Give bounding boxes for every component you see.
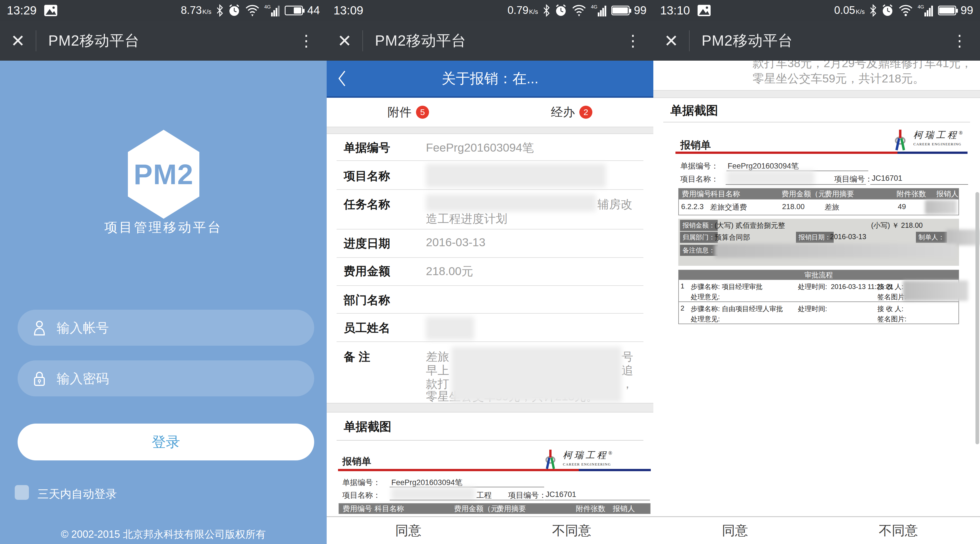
receipt-title: 报销单	[680, 138, 711, 152]
titlebar-divider	[363, 30, 363, 51]
network-speed: 0.05K/s	[834, 4, 865, 16]
close-icon[interactable]: ✕	[653, 31, 689, 51]
close-icon[interactable]: ✕	[0, 31, 36, 51]
tab-handlers[interactable]: 经办 2	[490, 98, 653, 127]
row-divider	[337, 229, 643, 230]
action-bar: 同意 不同意	[327, 516, 653, 544]
redacted-note	[714, 244, 956, 258]
row-divider	[337, 341, 643, 342]
password-field[interactable]	[18, 360, 314, 397]
field-label: 员工姓名	[344, 320, 390, 336]
app-title: PM2移动平台	[48, 31, 140, 51]
receipt-code-label: 项目编号：	[834, 174, 873, 184]
status-bar: 13:10 0.05K/s 4G 99	[653, 0, 980, 21]
field-label: 任务名称	[344, 197, 390, 212]
menu-icon[interactable]: ⋮	[939, 32, 980, 50]
company-logo-en: CAREER ENGINEERING	[913, 142, 963, 146]
copyright-text: © 2002-2015 北京邦永科技有限公司版权所有	[0, 528, 327, 541]
menu-icon[interactable]: ⋮	[286, 32, 327, 50]
battery-icon	[285, 6, 303, 15]
amount-in-words: (大写) 贰佰壹拾捌元整	[714, 221, 785, 230]
titlebar-divider	[36, 30, 36, 51]
receipt-screenshot-screen: 13:10 0.05K/s 4G 99	[653, 0, 980, 544]
network-speed: 0.79K/s	[508, 4, 538, 16]
amount-label-chip: 报销金额：	[680, 220, 718, 231]
redacted-maker	[946, 230, 980, 245]
auto-login-checkbox[interactable]	[15, 485, 29, 500]
redacted-project	[727, 171, 815, 185]
receipt-doc-no-label: 单据编号：	[680, 161, 719, 171]
app-title-bar: ✕ PM2移动平台 ⋮	[653, 21, 980, 60]
tab-attachments[interactable]: 附件 5	[327, 98, 490, 127]
4g-signal-icon: 4G	[918, 4, 934, 17]
attachments-count-badge: 5	[416, 106, 429, 119]
agree-button[interactable]: 同意	[653, 517, 817, 544]
status-bar: 13:29 8.73K/s 4G 44	[0, 0, 327, 21]
redacted-employee-name	[426, 317, 474, 340]
photo-icon	[44, 5, 57, 16]
receipt-rule	[338, 469, 651, 471]
field-value: 2016-03-13	[426, 236, 485, 249]
row-divider	[337, 285, 643, 286]
status-bar: 13:09 0.79K/s 4G 99	[327, 0, 653, 21]
receipt-code-label: 项目编号：	[508, 490, 546, 500]
company-logo-cn: 柯瑞工程®	[913, 130, 963, 140]
disagree-button[interactable]: 不同意	[817, 517, 980, 544]
alarm-clock-icon	[228, 4, 240, 17]
receipt-table-row: 6.2.2.3 差旅交通费 218.00 差旅 49	[678, 200, 959, 215]
redacted-receiver-signature	[903, 281, 968, 301]
agree-button[interactable]: 同意	[327, 517, 490, 544]
account-input[interactable]	[56, 320, 306, 336]
svg-text:4G: 4G	[264, 4, 271, 10]
scrollbar[interactable]	[975, 192, 979, 444]
photo-icon	[697, 5, 711, 16]
dept-label-chip: 归属部门：	[680, 232, 718, 243]
auto-login-label: 三天内自动登录	[37, 486, 117, 502]
account-field[interactable]	[18, 310, 314, 346]
receipt-doc-no: FeePrg201603094笔	[728, 161, 799, 171]
section-separator	[327, 403, 653, 412]
field-label: 单据编号	[344, 140, 390, 155]
redacted-project-name	[426, 164, 606, 187]
action-bar: 同意 不同意	[653, 516, 980, 544]
field-label: 费用金额	[344, 263, 390, 279]
reimbursement-detail-screen: 13:09 0.79K/s 4G 99 ✕	[327, 0, 653, 544]
app-subtitle: 项目管理移动平台	[0, 219, 327, 236]
receipt-table-header: 费用编号 科目名称 费用金额（元） 附件张数 费用摘要 附件张数 报销人	[339, 503, 651, 514]
field-label: 进度日期	[344, 236, 390, 251]
remark-line: 早上	[426, 363, 449, 378]
date-label-chip: 报销日期：	[796, 232, 834, 243]
row-divider	[337, 189, 643, 190]
screenshot-section-label: 单据截图	[670, 103, 718, 119]
app-title-bar: ✕ PM2移动平台 ⋮	[0, 21, 327, 60]
svg-text:4G: 4G	[591, 4, 597, 10]
battery-percent: 99	[961, 4, 974, 17]
disagree-button[interactable]: 不同意	[490, 517, 653, 544]
person-icon	[32, 320, 46, 336]
battery-percent: 99	[634, 4, 647, 17]
menu-icon[interactable]: ⋮	[612, 32, 653, 50]
app-title: PM2移动平台	[702, 31, 793, 51]
receipt-project-suffix: 工程	[476, 490, 492, 500]
three-phone-screenshots: 13:29 8.73K/s 4G 44	[0, 0, 980, 544]
tab-bar: 附件 5 经办 2	[327, 98, 653, 127]
field-label: 备 注	[344, 349, 370, 365]
clock: 13:10	[660, 4, 690, 17]
close-icon[interactable]: ✕	[327, 31, 363, 51]
approval-title: 审批流程	[679, 270, 958, 279]
remark-line: 差旅	[426, 349, 449, 365]
approval-row: 2 步骤名称: 自由项目经理人审批 处理时间: 接 收 人: 处理意见: 签名图…	[679, 301, 958, 324]
4g-signal-icon: 4G	[591, 4, 607, 17]
password-input[interactable]	[56, 371, 306, 387]
company-logo-cn: 柯瑞工程®	[563, 450, 612, 460]
receipt-doc-no: FeePrg201603094笔	[391, 477, 463, 488]
maker-label-chip: 制单人：	[916, 232, 947, 243]
4g-signal-icon: 4G	[264, 4, 280, 17]
bluetooth-icon	[543, 4, 550, 17]
handlers-count-badge: 2	[579, 106, 592, 119]
redacted-project	[391, 487, 475, 500]
login-button[interactable]: 登录	[18, 423, 314, 460]
company-logo-en: CAREER ENGINEERING	[563, 462, 612, 467]
row-divider	[663, 122, 970, 122]
receipt-rule	[675, 152, 967, 154]
